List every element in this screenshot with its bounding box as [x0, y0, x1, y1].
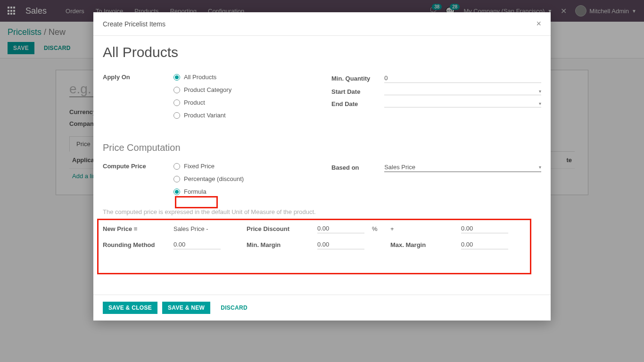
- radio-icon: [173, 99, 180, 106]
- radio-icon: [173, 189, 180, 195]
- chevron-down-icon: ▾: [539, 165, 541, 170]
- price-computation-heading: Price Computation: [103, 142, 541, 153]
- modal-heading: All Products: [103, 44, 541, 60]
- end-date-label: End Date: [331, 100, 384, 107]
- chevron-down-icon: ▾: [539, 89, 541, 94]
- apply-on-label: Apply On: [103, 74, 173, 81]
- radio-icon: [173, 74, 180, 81]
- radio-percentage[interactable]: Percentage (discount): [173, 175, 244, 182]
- modal-title: Create Pricelist Items: [103, 20, 165, 28]
- based-on-label: Based on: [331, 164, 384, 171]
- radio-formula[interactable]: Formula: [173, 188, 244, 195]
- start-date-label: Start Date: [331, 88, 384, 95]
- compute-price-label: Compute Price: [103, 163, 173, 170]
- apply-on-radios: All Products Product Category Product Pr…: [173, 74, 231, 119]
- radio-all-products[interactable]: All Products: [173, 74, 231, 81]
- radio-icon: [173, 163, 180, 170]
- radio-product-category[interactable]: Product Category: [173, 86, 231, 93]
- min-qty-input[interactable]: [384, 74, 541, 83]
- radio-fixed-price[interactable]: Fixed Price: [173, 163, 244, 170]
- based-on-select[interactable]: Sales Price▾: [384, 163, 541, 172]
- radio-product-variant[interactable]: Product Variant: [173, 112, 231, 119]
- radio-icon: [173, 112, 180, 119]
- radio-product[interactable]: Product: [173, 99, 231, 106]
- end-date-input[interactable]: ▾: [384, 100, 541, 107]
- chevron-down-icon: ▾: [539, 101, 541, 106]
- radio-icon: [173, 176, 180, 182]
- close-icon[interactable]: ×: [536, 19, 541, 29]
- modal-overlay: Create Pricelist Items × All Products Ap…: [0, 0, 644, 206]
- create-pricelist-modal: Create Pricelist Items × All Products Ap…: [93, 12, 551, 206]
- min-qty-label: Min. Quantity: [331, 75, 384, 82]
- start-date-input[interactable]: ▾: [384, 88, 541, 95]
- radio-icon: [173, 87, 180, 93]
- compute-price-radios: Fixed Price Percentage (discount) Formul…: [173, 163, 244, 195]
